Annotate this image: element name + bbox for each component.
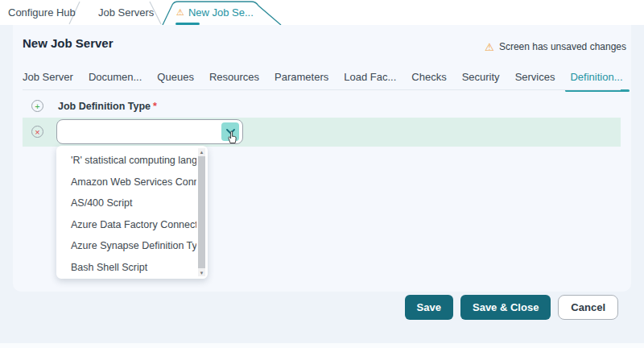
field-label-text: Job Definition Type [58, 101, 151, 112]
warning-icon: ⚠ [176, 8, 184, 17]
page-title: New Job Server [23, 36, 114, 50]
list-item[interactable]: Amazon Web Services Connector [56, 172, 196, 193]
section-tab-bar: Job Server Documen... Queues Resources P… [23, 71, 623, 86]
tab-resources[interactable]: Resources [209, 71, 259, 86]
hand-cursor-icon [226, 130, 238, 144]
window-tab-configure-hub[interactable]: Configure Hub [8, 6, 76, 19]
scroll-up-icon[interactable]: ▲ [198, 148, 205, 155]
close-icon: × [35, 127, 39, 137]
option-list: 'R' statistical computing language Amazo… [56, 150, 196, 278]
tab-security[interactable]: Security [462, 71, 500, 86]
tab-queues[interactable]: Queues [157, 71, 194, 86]
tab-services[interactable]: Services [515, 71, 555, 86]
tab-parameters[interactable]: Parameters [275, 71, 328, 86]
window-tab-label: New Job Se... [188, 6, 254, 19]
scroll-down-icon[interactable]: ▼ [198, 269, 205, 276]
window-tab-job-servers[interactable]: Job Servers [98, 6, 154, 19]
required-marker: * [153, 101, 157, 112]
job-definition-type-combobox[interactable] [56, 119, 243, 144]
tab-shapes [0, 0, 644, 25]
save-and-close-button[interactable]: Save & Close [460, 295, 551, 320]
job-definition-type-listbox: 'R' statistical computing language Amazo… [56, 146, 208, 279]
cancel-button[interactable]: Cancel [558, 295, 618, 320]
list-item[interactable]: Azure Synapse Definition Type [56, 235, 196, 257]
footer-button-row: Save Save & Close Cancel [405, 295, 618, 320]
tab-divider [23, 89, 621, 90]
plus-icon: + [35, 102, 39, 111]
tab-documentation[interactable]: Documen... [89, 71, 142, 86]
list-item[interactable]: AS/400 Script [56, 193, 196, 214]
save-button[interactable]: Save [405, 295, 453, 320]
tab-load-factors[interactable]: Load Fac... [344, 71, 396, 86]
field-label: Job Definition Type* [58, 101, 157, 112]
scrollbar-thumb[interactable] [198, 156, 205, 268]
tab-definitions[interactable]: Definition... [570, 71, 622, 86]
list-item[interactable]: 'R' statistical computing language [56, 150, 196, 172]
tab-checks[interactable]: Checks [411, 71, 446, 86]
window-tab-bar: Configure Hub Job Servers ⚠ New Job Se..… [0, 0, 644, 25]
tab-job-server[interactable]: Job Server [23, 71, 73, 86]
list-item[interactable]: Azure Data Factory Connector [56, 214, 196, 236]
window-bottom-edge [0, 343, 644, 348]
unsaved-changes-warning: ⚠ Screen has unsaved changes [485, 41, 626, 52]
warning-icon: ⚠ [485, 42, 494, 52]
remove-row-button[interactable]: × [31, 126, 43, 138]
window-tab-new-job-server[interactable]: ⚠ New Job Se... [176, 6, 254, 19]
unsaved-changes-text: Screen has unsaved changes [499, 41, 626, 52]
listbox-scrollbar[interactable]: ▲ ▼ [198, 148, 205, 276]
add-row-button[interactable]: + [31, 100, 43, 112]
app-window: Configure Hub Job Servers ⚠ New Job Se..… [0, 0, 644, 348]
list-item[interactable]: Bash Shell Script [56, 257, 196, 279]
